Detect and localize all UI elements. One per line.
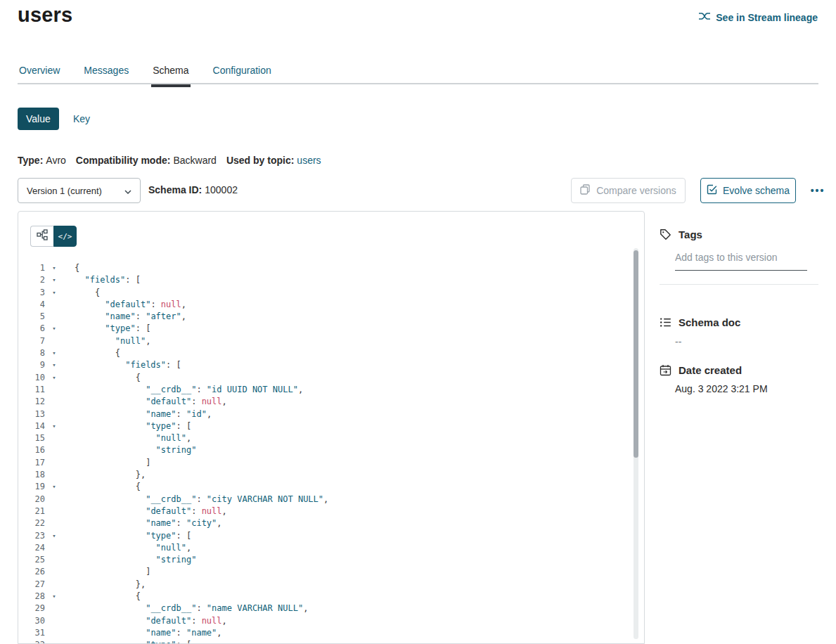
- fold-spacer: [49, 603, 60, 614]
- fold-spacer: [49, 554, 60, 566]
- line-number: 5: [18, 311, 45, 323]
- fold-spacer: [49, 469, 60, 481]
- line-number: 19: [18, 481, 45, 493]
- code-line: 2▾ "fields": [: [18, 274, 633, 286]
- code-text: "null",: [60, 432, 191, 444]
- schema-doc-heading-label: Schema doc: [679, 316, 740, 328]
- meta-type: Type:Avro: [18, 155, 66, 166]
- line-number: 7: [18, 335, 45, 347]
- code-text: {: [60, 347, 120, 359]
- fold-spacer: [49, 311, 60, 323]
- line-number: 4: [18, 299, 45, 311]
- code-text: "default": null,: [60, 615, 227, 627]
- line-number: 17: [18, 457, 45, 469]
- fold-caret-icon[interactable]: ▾: [49, 639, 60, 643]
- code-text: "fields": [: [60, 274, 141, 286]
- fold-spacer: [49, 384, 60, 396]
- code-text: "string": [60, 554, 196, 566]
- compare-versions-icon: [580, 184, 591, 197]
- fold-spacer: [49, 542, 60, 554]
- code-line: 27 },: [18, 579, 633, 591]
- fold-spacer: [49, 432, 60, 444]
- fold-spacer: [49, 457, 60, 469]
- schema-editor-panel: </> 1▾{2▾ "fields": [3▾ {4 "default": nu…: [18, 211, 645, 644]
- code-line: 7 "null",: [18, 335, 633, 347]
- version-select[interactable]: Version 1 (current): [18, 178, 141, 203]
- value-toggle-button[interactable]: Value: [18, 108, 59, 130]
- fold-spacer: [49, 579, 60, 591]
- code-text: ]: [60, 566, 150, 578]
- code-line: 16 "string": [18, 444, 633, 456]
- line-number: 13: [18, 408, 45, 420]
- code-text: "name": "name",: [60, 627, 222, 639]
- code-text: "__crdb__": "city VARCHAR NOT NULL",: [60, 494, 328, 505]
- line-number: 20: [18, 494, 45, 505]
- fold-caret-icon[interactable]: ▾: [49, 530, 60, 542]
- schema-meta-row: Type:Avro Compatibility mode:Backward Us…: [18, 155, 321, 166]
- code-line: 25 "string": [18, 554, 633, 566]
- stream-lineage-link[interactable]: See in Stream lineage: [698, 11, 818, 23]
- fold-caret-icon[interactable]: ▾: [49, 481, 60, 493]
- fold-caret-icon[interactable]: ▾: [49, 262, 60, 274]
- code-text: "name": "id",: [60, 408, 212, 420]
- tree-view-button[interactable]: [30, 226, 53, 247]
- code-text: "fields": [: [60, 359, 181, 371]
- line-number: 30: [18, 615, 45, 627]
- meta-topic-link[interactable]: users: [297, 155, 321, 166]
- tab-divider: [18, 83, 818, 84]
- code-line: 5 "name": "after",: [18, 311, 633, 323]
- stream-lineage-label: See in Stream lineage: [716, 12, 818, 23]
- fold-spacer: [49, 505, 60, 517]
- code-text: {: [60, 262, 79, 274]
- line-number: 15: [18, 432, 45, 444]
- fold-caret-icon[interactable]: ▾: [49, 420, 60, 432]
- chevron-down-icon: [124, 186, 131, 196]
- code-line: 14▾ "type": [: [18, 420, 633, 432]
- code-view-button[interactable]: </>: [53, 226, 77, 247]
- key-toggle-button[interactable]: Key: [73, 113, 90, 124]
- code-line: 4 "default": null,: [18, 299, 633, 311]
- line-number: 25: [18, 554, 45, 566]
- schema-doc-heading: Schema doc: [660, 316, 740, 328]
- line-number: 24: [18, 542, 45, 554]
- compare-versions-button[interactable]: Compare versions: [571, 178, 686, 203]
- code-line: 29 "__crdb__": "name VARCHAR NULL",: [18, 603, 633, 614]
- evolve-schema-button[interactable]: Evolve schema: [700, 178, 796, 203]
- code-line: 11 "__crdb__": "id UUID NOT NULL",: [18, 384, 633, 396]
- scrollbar-thumb[interactable]: [634, 250, 638, 458]
- fold-caret-icon[interactable]: ▾: [49, 359, 60, 371]
- line-number: 31: [18, 627, 45, 639]
- more-options-button[interactable]: •••: [803, 178, 832, 203]
- line-number: 11: [18, 384, 45, 396]
- editor-view-toggle: </>: [30, 226, 77, 247]
- tags-input[interactable]: [675, 252, 807, 271]
- fold-caret-icon[interactable]: ▾: [49, 274, 60, 286]
- fold-caret-icon[interactable]: ▾: [49, 591, 60, 603]
- code-line: 1▾{: [18, 262, 633, 274]
- fold-caret-icon[interactable]: ▾: [49, 287, 60, 299]
- code-line: 26 ]: [18, 566, 633, 578]
- fold-spacer: [49, 444, 60, 456]
- evolve-schema-label: Evolve schema: [723, 185, 790, 196]
- fold-caret-icon[interactable]: ▾: [49, 372, 60, 384]
- line-number: 32: [18, 639, 45, 643]
- fold-caret-icon[interactable]: ▾: [49, 347, 60, 359]
- code-line: 15 "null",: [18, 432, 633, 444]
- date-created-heading-label: Date created: [679, 364, 742, 376]
- fold-spacer: [49, 396, 60, 408]
- sidebar-divider: [660, 284, 818, 285]
- line-number: 14: [18, 420, 45, 432]
- meta-topic-label: Used by topic:: [226, 155, 294, 166]
- date-created-value: Aug. 3 2022 3:21 PM: [675, 383, 768, 394]
- line-number: 26: [18, 566, 45, 578]
- fold-caret-icon[interactable]: ▾: [49, 323, 60, 335]
- code-text: "default": null,: [60, 396, 227, 408]
- schema-id-value: 100002: [205, 184, 238, 195]
- code-line: 9▾ "fields": [: [18, 359, 633, 371]
- meta-compat-value: Backward: [173, 155, 216, 166]
- date-created-heading: Date created: [660, 364, 742, 376]
- fold-spacer: [49, 494, 60, 505]
- line-number: 21: [18, 505, 45, 517]
- schema-id: Schema ID:100002: [148, 184, 238, 195]
- code-line: 13 "name": "id",: [18, 408, 633, 420]
